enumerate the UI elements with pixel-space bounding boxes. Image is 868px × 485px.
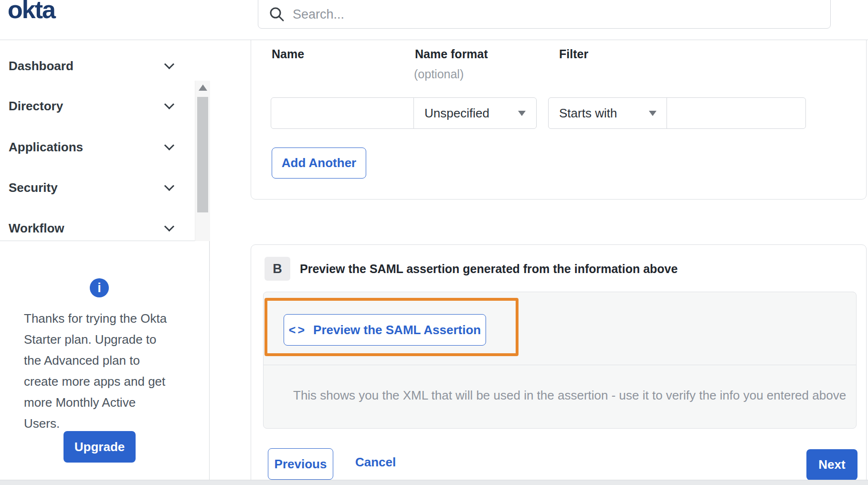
chevron-down-icon xyxy=(164,180,174,190)
okta-admin-console: okta Dashboard Directory Applications Se… xyxy=(0,0,868,485)
search-input[interactable] xyxy=(292,7,830,22)
preview-panel: <> Preview the SAML Assertion This shows… xyxy=(263,292,857,429)
next-button[interactable]: Next xyxy=(806,449,857,480)
add-another-button[interactable]: Add Another xyxy=(272,148,366,179)
dropdown-arrow-icon xyxy=(518,111,526,116)
sidebar-item-security[interactable]: Security xyxy=(0,173,195,202)
sidebar-item-label: Workflow xyxy=(9,221,64,236)
preview-description: This shows you the XML that will be used… xyxy=(293,388,846,403)
sidebar-item-applications[interactable]: Applications xyxy=(0,133,195,161)
dropdown-arrow-icon xyxy=(649,111,656,116)
okta-logo: okta xyxy=(8,0,55,24)
bottom-edge-strip xyxy=(0,480,868,485)
scroll-up-icon[interactable] xyxy=(199,84,207,91)
filter-operator-selected-value: Starts with xyxy=(559,106,617,121)
code-brackets-icon: <> xyxy=(289,323,307,337)
preview-button-label: Preview the SAML Assertion xyxy=(313,323,481,337)
name-format-column-header: Name format xyxy=(415,47,488,61)
top-header: okta xyxy=(0,0,868,40)
trial-message: Thanks for trying the Okta Starter plan.… xyxy=(24,308,169,434)
preview-saml-assertion-button[interactable]: <> Preview the SAML Assertion xyxy=(284,314,486,346)
panel-divider xyxy=(264,365,856,365)
chevron-down-icon xyxy=(164,99,174,109)
sidebar-item-dashboard[interactable]: Dashboard xyxy=(0,52,195,80)
search-icon xyxy=(269,6,285,22)
sidebar-item-label: Directory xyxy=(9,99,63,114)
name-column-header: Name xyxy=(272,47,304,61)
filter-column-header: Filter xyxy=(559,47,588,61)
cancel-link[interactable]: Cancel xyxy=(355,455,396,470)
info-icon: i xyxy=(90,278,109,297)
global-search[interactable] xyxy=(258,0,831,29)
trial-panel: i Thanks for trying the Okta Starter pla… xyxy=(0,241,210,485)
chevron-down-icon xyxy=(164,59,174,69)
name-format-selected-value: Unspecified xyxy=(424,106,489,121)
chevron-down-icon xyxy=(164,140,174,150)
sidebar-item-label: Applications xyxy=(9,140,83,155)
sidebar-nav: Dashboard Directory Applications Securit… xyxy=(0,40,210,241)
sidebar-item-label: Dashboard xyxy=(9,59,74,74)
preview-section-title: Preview the SAML assertion generated fro… xyxy=(300,262,677,276)
chevron-down-icon xyxy=(164,221,174,231)
upgrade-button[interactable]: Upgrade xyxy=(64,431,136,463)
sidebar-item-workflow[interactable]: Workflow xyxy=(0,214,195,242)
attribute-name-input[interactable] xyxy=(271,97,414,129)
filter-operator-select[interactable]: Starts with xyxy=(548,97,667,129)
scrollbar-thumb[interactable] xyxy=(197,97,208,212)
optional-note: (optional) xyxy=(414,67,464,81)
preview-saml-card: B Preview the SAML assertion generated f… xyxy=(251,244,867,485)
sidebar-item-directory[interactable]: Directory xyxy=(0,92,195,120)
step-b-badge: B xyxy=(265,257,290,281)
filter-value-input[interactable] xyxy=(667,97,806,129)
sidebar-item-label: Security xyxy=(9,180,58,195)
previous-button[interactable]: Previous xyxy=(268,448,333,480)
name-format-select[interactable]: Unspecified xyxy=(413,97,537,129)
